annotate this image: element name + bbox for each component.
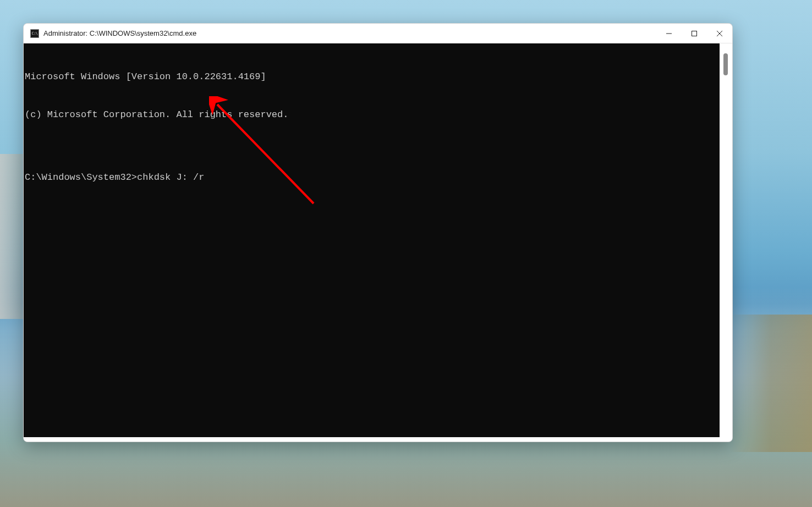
cmd-icon: C:\ [30,29,39,38]
scrollbar-thumb[interactable] [723,53,728,75]
maximize-icon [692,31,697,36]
minimize-button[interactable] [656,24,682,43]
close-button[interactable] [707,24,732,43]
cmd-window: C:\ Administrator: C:\WINDOWS\system32\c… [23,23,733,442]
window-controls [656,24,732,43]
window-titlebar[interactable]: C:\ Administrator: C:\WINDOWS\system32\c… [24,24,732,43]
terminal-container: Microsoft Windows [Version 10.0.22631.41… [24,43,732,442]
scrollbar-track[interactable] [720,43,731,437]
terminal-line: Microsoft Windows [Version 10.0.22631.41… [25,71,718,84]
minimize-icon [666,31,672,36]
terminal-line: C:\Windows\System32>chkdsk J: /r [25,172,718,184]
terminal-output[interactable]: Microsoft Windows [Version 10.0.22631.41… [24,43,720,437]
svg-rect-1 [692,31,697,36]
window-title: Administrator: C:\WINDOWS\system32\cmd.e… [43,29,656,37]
desktop-wallpaper-right [729,315,812,452]
close-icon [717,31,722,36]
maximize-button[interactable] [682,24,707,43]
terminal-line: (c) Microsoft Corporation. All rights re… [25,109,718,122]
cmd-icon-label: C:\ [31,31,37,36]
